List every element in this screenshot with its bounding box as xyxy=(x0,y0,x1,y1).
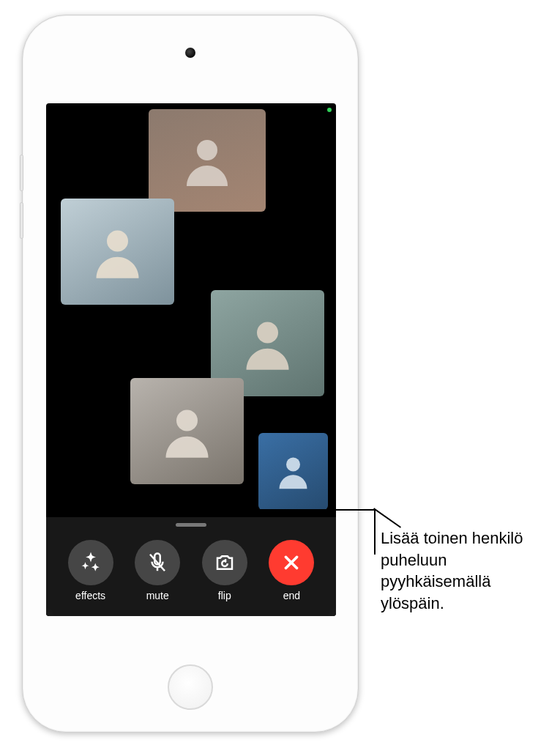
svg-point-1 xyxy=(107,231,128,252)
callout-leader-line xyxy=(196,509,376,511)
drag-handle[interactable] xyxy=(176,523,206,527)
volume-up-button[interactable] xyxy=(20,155,23,191)
effects-label: effects xyxy=(75,590,105,601)
participant-tile-self[interactable] xyxy=(258,433,328,510)
person-icon xyxy=(172,130,242,191)
front-camera xyxy=(185,48,195,58)
svg-point-2 xyxy=(257,322,278,344)
mute-button[interactable]: mute xyxy=(135,540,180,601)
person-icon xyxy=(272,448,314,494)
participant-tile-1[interactable] xyxy=(149,109,266,212)
mute-icon xyxy=(146,552,168,574)
effects-icon xyxy=(80,552,102,574)
svg-point-3 xyxy=(176,410,198,431)
flip-label: flip xyxy=(218,590,231,601)
mute-label: mute xyxy=(146,590,169,601)
svg-point-0 xyxy=(197,140,217,160)
participant-tile-4[interactable] xyxy=(130,378,244,484)
svg-point-4 xyxy=(286,458,300,472)
device-frame: effects mute xyxy=(22,15,359,733)
volume-down-button[interactable] xyxy=(20,202,23,239)
callout-text: Lisää toinen henkilö puheluun pyyhkäisem… xyxy=(381,527,542,615)
person-icon xyxy=(234,311,302,375)
controls-panel[interactable]: effects mute xyxy=(46,517,336,616)
control-row: effects mute xyxy=(46,540,336,601)
flip-camera-icon xyxy=(214,552,236,574)
callout-leader-line-diag xyxy=(373,508,401,527)
person-icon xyxy=(83,220,152,284)
end-button[interactable]: end xyxy=(269,540,314,601)
participant-tile-2[interactable] xyxy=(61,199,174,305)
flip-button[interactable]: flip xyxy=(202,540,247,601)
end-call-icon xyxy=(280,552,302,574)
screen: effects mute xyxy=(46,103,336,616)
camera-indicator-dot xyxy=(327,108,332,112)
home-button[interactable] xyxy=(168,664,213,710)
person-icon xyxy=(153,399,221,463)
effects-button[interactable]: effects xyxy=(68,540,113,601)
end-label: end xyxy=(283,590,300,601)
